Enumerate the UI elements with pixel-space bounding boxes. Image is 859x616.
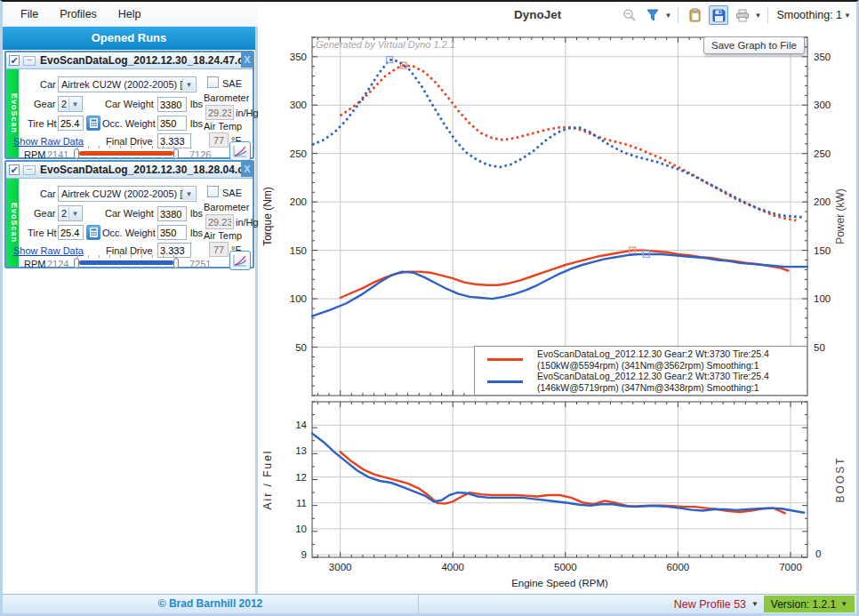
lbs-label: lbs bbox=[190, 118, 203, 129]
graph-icon[interactable] bbox=[229, 141, 251, 161]
series-power-run1 bbox=[341, 251, 789, 298]
barometer-label: Barometer bbox=[204, 92, 249, 103]
run-2-titlebar[interactable]: ✔ ─ EvoScanDataLog_2012.12.30_18.28.04.c… bbox=[6, 162, 253, 179]
version-label: Version: 1.2.1 bbox=[771, 598, 836, 611]
print-icon[interactable] bbox=[733, 5, 752, 25]
run-1-title: EvoScanDataLog_2012.12.30_18.24.47.c bbox=[40, 54, 243, 67]
rpm-range-slider[interactable] bbox=[72, 255, 186, 269]
smoothing-dropdown[interactable]: Smoothing: 1 bbox=[776, 9, 842, 21]
lbs-label: lbs bbox=[190, 99, 203, 109]
slider-fill bbox=[79, 260, 173, 265]
svg-text:3000: 3000 bbox=[329, 562, 352, 572]
barometer-unit-label: in/Hg bbox=[236, 217, 259, 228]
occ-weight-label: Occ. Weight bbox=[102, 118, 156, 129]
gear-label: Gear bbox=[34, 208, 55, 219]
series-torque-run1 bbox=[341, 66, 797, 220]
torque-power-chart[interactable]: Generated by Virtual Dyno 1.2.1 EvoScanD… bbox=[261, 28, 856, 397]
rpm-range-slider[interactable] bbox=[72, 146, 186, 160]
svg-text:50: 50 bbox=[295, 342, 307, 353]
car-weight-field[interactable] bbox=[157, 97, 187, 112]
svg-text:250: 250 bbox=[814, 148, 831, 159]
car-select[interactable]: Airtrek CU2W (2002-2005) [ ▼ bbox=[58, 76, 197, 92]
rpm-label: RPM bbox=[24, 149, 45, 160]
chart-top-svg: 5050100100150150200200250250300300350350… bbox=[261, 28, 856, 397]
sae-checkbox[interactable] bbox=[207, 76, 219, 88]
chevron-down-icon[interactable]: ▼ bbox=[754, 12, 761, 20]
legend-entry-run1: EvoScanDataLog_2012.12.30 Gear:2 Wt:3730… bbox=[475, 348, 807, 371]
svg-text:350: 350 bbox=[290, 52, 307, 62]
menu-file[interactable]: File bbox=[12, 4, 47, 24]
copy-icon[interactable] bbox=[685, 5, 704, 25]
chart-toolbar: ▼ ▼ Smoothing: 1 ▼ bbox=[620, 4, 851, 26]
calculator-icon[interactable] bbox=[86, 225, 100, 240]
sae-checkbox[interactable] bbox=[207, 186, 219, 197]
svg-text:150: 150 bbox=[290, 245, 307, 256]
occ-weight-field[interactable] bbox=[157, 225, 187, 240]
svg-text:300: 300 bbox=[814, 100, 831, 110]
svg-text:5000: 5000 bbox=[554, 562, 577, 572]
car-label: Car bbox=[40, 79, 56, 90]
opened-runs-header: Opened Runs bbox=[3, 27, 255, 50]
svg-text:7000: 7000 bbox=[779, 562, 802, 572]
version-dropdown[interactable]: Version: 1.2.1 ▼ bbox=[764, 596, 855, 612]
slider-ticks bbox=[77, 146, 181, 148]
collapse-icon[interactable]: ─ bbox=[23, 165, 36, 175]
calculator-icon[interactable] bbox=[86, 116, 100, 131]
run-2-title: EvoScanDataLog_2012.12.30_18.28.04.c bbox=[40, 164, 243, 176]
tire-height-field[interactable] bbox=[58, 225, 84, 240]
car-label: Car bbox=[40, 188, 56, 199]
sae-label: SAE bbox=[222, 78, 242, 89]
chevron-down-icon[interactable]: ▼ bbox=[665, 12, 672, 20]
car-weight-field[interactable] bbox=[157, 206, 187, 221]
svg-text:250: 250 bbox=[290, 148, 307, 159]
chart-bottom-svg: 9101112131430004000500060007000Engine Sp… bbox=[261, 399, 856, 596]
dyno-type-title: DynoJet bbox=[514, 8, 561, 21]
svg-text:11: 11 bbox=[296, 498, 307, 508]
run-1-titlebar[interactable]: ✔ ─ EvoScanDataLog_2012.12.30_18.24.47.c… bbox=[6, 52, 253, 69]
svg-text:350: 350 bbox=[814, 52, 831, 62]
svg-text:100: 100 bbox=[814, 293, 831, 304]
chevron-down-icon: ▼ bbox=[182, 188, 195, 200]
run-1-enabled-checkbox[interactable]: ✔ bbox=[9, 55, 20, 66]
occ-weight-field[interactable] bbox=[157, 116, 187, 131]
barometer-unit-label: in/Hg bbox=[236, 108, 259, 118]
close-icon[interactable]: X bbox=[241, 162, 253, 177]
chevron-down-icon[interactable]: ▼ bbox=[844, 12, 851, 20]
close-icon[interactable]: X bbox=[241, 52, 253, 68]
svg-text:Engine Speed (RPM): Engine Speed (RPM) bbox=[511, 578, 608, 588]
filter-icon[interactable] bbox=[644, 5, 663, 25]
profile-name: New Profile 53 bbox=[674, 598, 746, 611]
graph-icon[interactable] bbox=[229, 251, 251, 270]
airfuel-boost-chart[interactable]: 9101112131430004000500060007000Engine Sp… bbox=[261, 399, 856, 596]
save-icon[interactable] bbox=[709, 5, 728, 25]
toolbar-separator bbox=[767, 7, 768, 23]
air-temp-field bbox=[209, 132, 229, 148]
profile-dropdown[interactable]: New Profile 53 ▼ bbox=[674, 595, 759, 613]
series-afr-run2 bbox=[312, 434, 804, 513]
gear-select[interactable]: 2 ▼ bbox=[58, 205, 83, 221]
rpm-min-value: 2124 bbox=[47, 259, 68, 269]
air-temp-field bbox=[209, 242, 229, 257]
menu-bar: File Profiles Help bbox=[3, 2, 258, 27]
chevron-down-icon: ▼ bbox=[751, 600, 759, 608]
collapse-icon[interactable]: ─ bbox=[23, 56, 36, 66]
svg-text:13: 13 bbox=[295, 445, 307, 456]
svg-text:100: 100 bbox=[290, 293, 307, 304]
run-2-enabled-checkbox[interactable]: ✔ bbox=[9, 164, 20, 175]
slider-track bbox=[72, 151, 186, 156]
series-power-run2 bbox=[312, 254, 807, 316]
series-torque-run2 bbox=[312, 60, 804, 218]
legend-swatch-run1 bbox=[487, 358, 523, 361]
menu-help[interactable]: Help bbox=[109, 4, 150, 24]
zoom-out-icon[interactable] bbox=[620, 5, 639, 25]
gear-select-value: 2 bbox=[61, 208, 67, 219]
menu-profiles[interactable]: Profiles bbox=[51, 4, 106, 24]
legend-run2-line2: (146kW@5719rpm) (347Nm@3438rpm) Smoothin… bbox=[537, 382, 769, 394]
tire-height-field[interactable] bbox=[58, 116, 84, 131]
run-panel-1: ✔ ─ EvoScanDataLog_2012.12.30_18.24.47.c… bbox=[4, 51, 254, 159]
legend-swatch-run2 bbox=[487, 380, 523, 383]
gear-label: Gear bbox=[34, 99, 55, 109]
car-select[interactable]: Airtrek CU2W (2002-2005) [ ▼ bbox=[58, 186, 197, 202]
gear-select[interactable]: 2 ▼ bbox=[58, 96, 83, 112]
svg-text:150: 150 bbox=[814, 245, 831, 256]
